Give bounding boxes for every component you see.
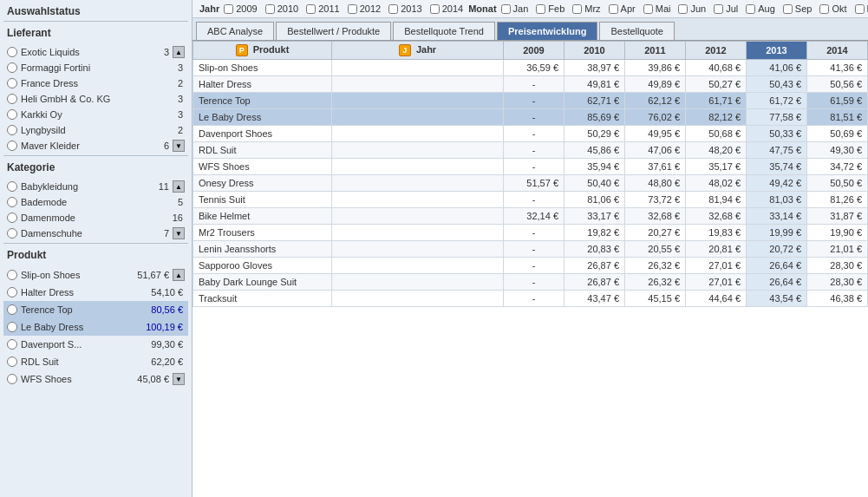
scroll-controls: ▼ [173,373,185,385]
list-item[interactable]: France Dress 2 [3,75,188,91]
tab-bestellquote[interactable]: Bestellquote [599,22,675,40]
scroll-down-btn[interactable]: ▼ [173,373,185,385]
lieferant-count: 3 [155,47,169,57]
list-item[interactable]: Damenschuhe 7 ▼ [3,226,188,241]
tab-bestellquote-trend[interactable]: Bestellquote Trend [393,22,495,40]
month-mai-check[interactable] [643,4,653,14]
cell-jahr [332,142,504,159]
list-item[interactable]: Lyngbysild 2 [3,122,188,138]
produkt-halter-radio[interactable] [7,287,17,298]
monat-label: Monat [468,3,496,14]
cell-value: 50,33 € [747,126,807,142]
scroll-up-btn[interactable]: ▲ [173,269,185,281]
left-panel: Auswahlstatus Lieferant Exotic Liquids 3… [0,0,193,497]
produkt-value: 80,56 € [151,304,183,315]
produkt-label: Slip-on Shoes [21,270,137,280]
kategorie-baby-radio[interactable] [7,181,17,192]
cell-jahr [332,159,504,175]
cell-value: 26,87 € [565,274,625,291]
month-aug-check[interactable] [746,4,755,14]
product-icon: P [236,44,248,56]
year-2012-label: 2012 [360,3,381,14]
kategorie-damen-radio[interactable] [7,213,17,223]
list-item[interactable]: WFS Shoes 45,08 € ▼ [3,370,188,388]
list-item[interactable]: Bademode 5 [3,194,188,210]
list-item[interactable]: Maver Kleider 6 ▼ [3,138,188,154]
year-2010-check[interactable] [265,4,275,14]
month-apr-check[interactable] [609,4,618,14]
tab-abc-analyse[interactable]: ABC Analyse [196,22,274,40]
col-2009-header: 2009 [504,42,565,60]
cell-value: 61,72 € [747,93,807,109]
list-item[interactable]: Formaggi Fortini 3 [3,60,188,75]
cell-value: 50,40 € [565,175,625,192]
list-item[interactable]: Terence Top 80,56 € [3,301,188,318]
lieferant-formaggi-radio[interactable] [7,62,17,73]
list-item[interactable]: Karkki Oy 3 [3,107,188,122]
year-2013-check[interactable] [388,4,398,14]
cell-value: 45,15 € [625,291,686,307]
list-item[interactable]: Halter Dress 54,10 € [3,284,188,301]
month-okt-check[interactable] [819,4,829,14]
cell-value: 50,27 € [686,76,747,93]
table-area[interactable]: P Produkt J Jahr 2009 2010 2011 2012 201… [193,41,868,497]
list-item[interactable]: Exotic Liquids 3 ▲ [3,44,188,60]
month-jul-check[interactable] [714,4,723,14]
lieferant-karkki-radio[interactable] [7,109,17,120]
month-feb-check[interactable] [536,4,545,14]
month-mrz-check[interactable] [572,4,582,14]
produkt-value: 62,20 € [151,356,183,367]
list-item[interactable]: Le Baby Dress 100,19 € [3,318,188,336]
produkt-terence-radio[interactable] [7,304,17,315]
lieferant-france-radio[interactable] [7,78,17,88]
produkt-davenport-radio[interactable] [7,339,17,350]
list-item[interactable]: Davenport S... 99,30 € [3,336,188,353]
list-item[interactable]: Damenmode 16 [3,210,188,226]
month-nov-check[interactable] [855,4,865,14]
produkt-slip-radio[interactable] [7,270,17,280]
tab-preisentwicklung[interactable]: Preisentwicklung [497,22,597,40]
produkt-rdl-radio[interactable] [7,356,17,367]
scroll-up-btn[interactable]: ▲ [173,180,185,193]
cell-value: 50,56 € [807,76,868,93]
scroll-up-btn[interactable]: ▲ [173,46,185,58]
scroll-down-btn[interactable]: ▼ [173,227,185,239]
lieferant-label: Exotic Liquids [21,47,155,57]
kategorie-bade-radio[interactable] [7,197,17,207]
list-item[interactable]: Heli GmbH & Co. KG 3 [3,91,188,107]
tab-bestellwert[interactable]: Bestellwert / Produkte [276,22,391,40]
month-jun-check[interactable] [678,4,688,14]
cell-value: - [504,159,565,175]
lieferant-heli-radio[interactable] [7,94,17,104]
col-2010-header: 2010 [565,42,625,60]
list-item[interactable]: Babykleidung 11 ▲ [3,179,188,194]
kategorie-dschuhe-radio[interactable] [7,228,17,239]
list-item[interactable]: RDL Suit 62,20 € [3,353,188,370]
cell-value: 32,14 € [504,208,565,225]
month-jul-label: Jul [726,3,738,14]
cell-product: Baby Dark Lounge Suit [193,274,332,291]
produkt-value: 51,67 € [137,270,169,280]
year-2009-check[interactable] [224,4,233,14]
produkt-lebaby-radio[interactable] [7,322,17,332]
lieferant-label: Karkki Oy [21,109,169,120]
year-2012-check[interactable] [348,4,357,14]
produkt-label: WFS Shoes [21,374,137,384]
cell-jahr [332,60,504,76]
table-row: Onesy Dress51,57 €50,40 €48,80 €48,02 €4… [193,175,868,192]
list-item[interactable]: Slip-on Shoes 51,67 € ▲ [3,266,188,284]
month-mai-label: Mai [656,3,671,14]
cell-value: 61,71 € [686,93,747,109]
lieferant-lyng-radio[interactable] [7,125,17,135]
cell-value: 35,17 € [686,159,747,175]
lieferant-exotic-radio[interactable] [7,47,17,57]
cell-value: 43,54 € [747,291,807,307]
year-2011-check[interactable] [306,4,316,14]
produkt-wfs-radio[interactable] [7,374,17,384]
scroll-down-btn[interactable]: ▼ [173,140,185,152]
lieferant-maver-radio[interactable] [7,141,17,151]
month-sep-check[interactable] [783,4,793,14]
year-2014-check[interactable] [430,4,440,14]
cell-product: Bike Helmet [193,208,332,225]
month-jan-check[interactable] [501,4,511,14]
